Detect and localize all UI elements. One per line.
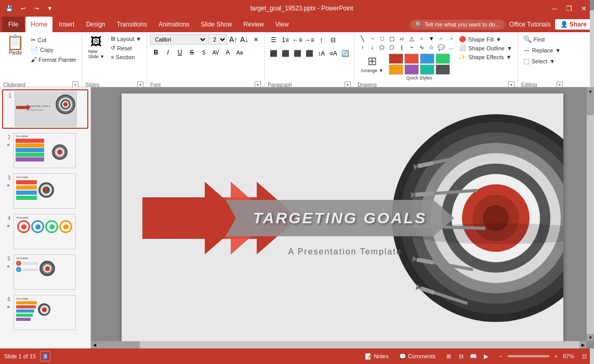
brace-shape[interactable]: { (397, 43, 406, 51)
customize-quick-access-icon[interactable]: ▼ (45, 3, 55, 14)
qs-red[interactable] (389, 53, 403, 64)
canvas-vertical-scrollbar[interactable]: ▲ ▼ (587, 87, 594, 341)
cut-button[interactable]: ✂ Cut (29, 35, 78, 45)
align-left-button[interactable]: ⬛ (268, 48, 279, 59)
decrease-indent-button[interactable]: ←≡ (292, 34, 303, 46)
align-text-button[interactable]: ≡A (327, 48, 339, 59)
shapes-more[interactable]: … (446, 43, 456, 51)
custom-shape[interactable]: ~ (407, 43, 416, 51)
qs-dark[interactable] (435, 64, 450, 75)
shape-outline-dropdown-icon[interactable]: ▼ (507, 45, 512, 51)
replace-dropdown-icon[interactable]: ▼ (555, 47, 561, 53)
strikethrough-button[interactable]: S (186, 47, 197, 58)
callout-shape[interactable]: 💬 (437, 43, 446, 51)
file-menu[interactable]: File (2, 17, 24, 32)
slide-thumb-3[interactable]: 3 ★ TITLE HERE (2, 172, 88, 210)
down-arrow-shape[interactable]: ↓ (367, 43, 377, 51)
redo-icon[interactable]: ↪ (31, 3, 42, 14)
text-direction-button[interactable]: ↕A (315, 48, 327, 59)
change-case-button[interactable]: Aa (234, 47, 245, 58)
qs-purple[interactable] (404, 64, 419, 75)
reading-view-button[interactable]: 📖 (468, 350, 479, 362)
undo-icon[interactable]: ↩ (18, 3, 28, 14)
layout-button[interactable]: ⊞ Layout ▼ (109, 34, 143, 43)
review-menu-item[interactable]: Review (238, 17, 269, 32)
scroll-right-button[interactable]: ▶ (579, 341, 587, 348)
qs-blue[interactable] (420, 53, 434, 64)
fit-slide-button[interactable]: ⊡ (578, 350, 590, 362)
copy-button[interactable]: 📄 Copy (29, 45, 78, 55)
bold-button[interactable]: B (150, 47, 162, 58)
right-arrow-shape[interactable]: → (446, 34, 456, 43)
align-right-button[interactable]: ⬛ (292, 48, 303, 59)
arrow-shape[interactable]: → (367, 34, 377, 43)
select-button[interactable]: ⬚ Select ▼ (521, 56, 563, 66)
notes-button[interactable]: 📝 Notes (362, 352, 392, 361)
slide-thumb-1[interactable]: 1 TARGETING GOALS A Presentation Templat… (2, 89, 88, 129)
parallelogram-shape[interactable]: ▱ (397, 34, 406, 43)
quick-styles-label[interactable]: Quick Styles (389, 75, 450, 80)
qs-teal[interactable] (420, 64, 434, 75)
slideshow-menu-item[interactable]: Slide Show (195, 17, 237, 32)
shape-outline-button[interactable]: ⬜ Shape Outline ▼ (457, 44, 514, 52)
shape-effects-button[interactable]: ✨ Shape Effects ▼ (457, 53, 514, 61)
justify-button[interactable]: ⬛ (303, 48, 315, 59)
zoom-slider[interactable] (508, 355, 549, 357)
pentagon-shape[interactable]: ⬠ (377, 43, 387, 51)
canvas-horizontal-scrollbar[interactable]: ◀ ▶ (91, 341, 587, 348)
increase-font-size-button[interactable]: A↑ (228, 34, 239, 45)
shape-fill-button[interactable]: 🔴 Shape Fill ▼ (457, 35, 514, 43)
paste-button[interactable]: 📋 Paste (3, 34, 28, 57)
decrease-font-size-button[interactable]: A↓ (239, 34, 249, 45)
scroll-left-button[interactable]: ◀ (91, 341, 98, 348)
reset-button[interactable]: ↺ Reset (109, 44, 143, 52)
zoom-in-button[interactable]: + (551, 352, 561, 360)
italic-button[interactable]: I (162, 47, 174, 58)
new-slide-button[interactable]: 🖼 NewSlide ▼ (85, 34, 108, 60)
scroll-thumb-h[interactable] (98, 341, 140, 348)
home-menu-item[interactable]: Home (25, 17, 52, 32)
clear-formatting-button[interactable]: ✕ (250, 34, 261, 45)
rounded-rect-shape[interactable]: ▢ (387, 34, 397, 43)
up-arrow-shape[interactable]: ↑ (358, 43, 367, 51)
animations-menu-item[interactable]: Animations (153, 17, 194, 32)
tell-me-input[interactable]: 🔍 Tell me what you want to do... (410, 20, 505, 30)
format-painter-button[interactable]: 🖌 Format Painter (29, 55, 78, 64)
save-icon[interactable]: 💾 (4, 3, 15, 14)
star-shape[interactable]: ☆ (427, 43, 436, 51)
slide-thumb-2[interactable]: 2 ★ TITLE HERE (2, 132, 88, 169)
font-name-select[interactable]: Calibri (150, 34, 207, 45)
circle-shape[interactable]: ○ (417, 34, 426, 43)
slide-thumb-4[interactable]: 4 ★ TITLE HERE (2, 213, 88, 250)
transitions-menu-item[interactable]: Transitions (112, 17, 152, 32)
slide-canvas[interactable]: TARGETING GOALS A Presentation Template (122, 93, 563, 343)
insert-menu-item[interactable]: Insert (54, 17, 80, 32)
qs-orange[interactable] (389, 64, 403, 75)
increase-indent-button[interactable]: →≡ (303, 34, 315, 46)
office-tutorials-button[interactable]: Office Tutorials (509, 21, 551, 28)
comments-button[interactable]: 💬 Comments (396, 352, 439, 361)
minimize-button[interactable]: ─ (548, 2, 561, 15)
underline-button[interactable]: U (174, 47, 186, 58)
design-menu-item[interactable]: Design (81, 17, 110, 32)
view-menu-item[interactable]: View (270, 17, 294, 32)
more-shapes[interactable]: ▼ (427, 34, 436, 43)
accessibility-button[interactable]: ♿ (40, 351, 50, 361)
normal-view-button[interactable]: ⊞ (443, 350, 454, 362)
qs-green[interactable] (435, 53, 450, 64)
align-center-button[interactable]: ⬛ (280, 48, 291, 59)
line-shape[interactable]: ╲ (358, 34, 367, 43)
scroll-down-button[interactable]: ▼ (587, 334, 594, 341)
shape-fill-dropdown-icon[interactable]: ▼ (496, 36, 501, 43)
font-size-select[interactable]: 24 (208, 34, 227, 45)
character-spacing-button[interactable]: AV (210, 47, 221, 58)
bullet-list-button[interactable]: ☰ (268, 34, 279, 46)
font-color-button[interactable]: A (222, 47, 233, 58)
restore-button[interactable]: ❐ (563, 2, 575, 15)
triangle-shape[interactable]: △ (407, 34, 416, 43)
scroll-thumb-v[interactable] (587, 95, 594, 115)
select-dropdown-icon[interactable]: ▼ (549, 58, 555, 64)
scroll-up-button[interactable]: ▲ (587, 87, 594, 95)
qs-light-red[interactable] (404, 53, 419, 64)
share-button[interactable]: 👤 Share (555, 19, 592, 30)
